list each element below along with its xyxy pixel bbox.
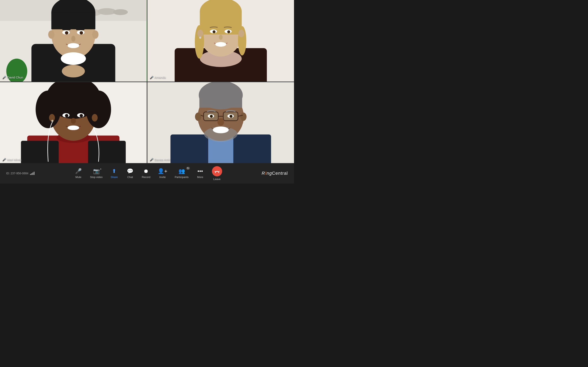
participants-icon: 👥 [178,168,185,174]
david-chun-label: 🎤 David Chun [2,76,23,79]
video-cell-sanaa-amir: 🎤 Sanaa Amir [147,82,294,164]
mari-mirek-mic-icon: 🎤 [2,158,6,161]
david-chun-mic-icon: 🎤 [2,76,6,79]
amanda-label: 🎤 Amanda [150,76,166,79]
svg-point-78 [240,113,246,121]
svg-point-20 [61,52,86,65]
leave-phone-icon [214,168,220,174]
invite-icon: 👤+ [158,168,167,174]
signal-bar-1 [30,174,31,175]
svg-point-88 [217,118,224,126]
svg-point-4 [113,9,128,15]
svg-point-86 [210,115,213,118]
signal-bar-2 [31,173,32,175]
svg-point-57 [51,120,53,122]
svg-point-53 [49,83,72,106]
share-label: Share [111,175,118,179]
svg-point-14 [65,31,68,34]
leave-button[interactable]: Leave [209,165,225,182]
more-icon: ••• [198,168,203,174]
david-chun-name: David Chun [7,76,23,79]
svg-rect-45 [21,141,59,164]
svg-point-77 [195,113,201,121]
record-icon: ⏺ [143,168,149,174]
more-label: More [197,175,203,179]
svg-point-21 [62,65,85,77]
svg-rect-17 [76,29,85,30]
svg-point-89 [213,127,229,133]
chat-label: Chat [127,175,133,179]
share-button[interactable]: ⬆ Share [107,166,121,180]
brand-name: RïngCentral [262,171,288,176]
record-button[interactable]: ⏺ Record [139,166,153,180]
svg-point-19 [68,43,79,48]
chat-icon: 💬 [127,168,133,174]
stop-video-button[interactable]: ▲ 📷 Stop video [87,166,105,180]
participants-button[interactable]: 5 👥 Participants [172,166,191,180]
svg-rect-63 [76,111,85,113]
video-grid: 🎤 David Chun [0,0,294,164]
mari-mirek-video [0,82,147,164]
svg-rect-62 [62,111,71,113]
invite-label: Invite [159,175,165,179]
invite-button[interactable]: 👤+ Invite [155,166,170,180]
sanaa-amir-mic-icon: 🎤 [150,158,153,161]
svg-rect-46 [88,141,126,164]
svg-point-65 [68,125,79,130]
amanda-name: Amanda [155,76,166,79]
svg-point-56 [92,114,98,122]
video-conference-app: 🎤 David Chun [0,0,294,164]
more-button[interactable]: ••• More [193,166,208,180]
sanaa-amir-label: 🎤 Sanaa Amir [150,158,171,161]
svg-point-61 [80,114,83,117]
participants-badge: 5 [186,167,190,170]
mute-chevron: ▲ [80,167,82,170]
svg-point-18 [71,36,76,42]
leave-label: Leave [213,178,221,181]
svg-point-35 [199,37,201,39]
brand-pre: Rïng [262,171,272,176]
chat-button[interactable]: 💬 Chat [123,166,137,180]
svg-point-64 [71,118,76,124]
david-chun-video [0,0,147,82]
svg-point-33 [197,30,203,37]
stop-video-chevron: ▲ [100,167,102,170]
mute-button[interactable]: ▲ 🎤 Mute [71,166,86,180]
video-cell-david-chun: 🎤 David Chun [0,0,147,82]
sanaa-amir-name: Sanaa Amir [155,158,171,161]
svg-point-10 [48,30,54,39]
stop-video-label: Stop video [90,175,103,179]
svg-point-40 [219,35,223,40]
svg-point-38 [213,30,215,33]
svg-point-87 [229,115,232,118]
toolbar-left: ID: 237-956-0884 [6,172,35,175]
brand-post: Central [272,171,288,176]
signal-bar-3 [33,173,33,175]
mari-mirek-label: 🎤 Mari Mirek [2,158,21,161]
leave-icon [212,166,222,176]
signal-strength [30,172,35,175]
mute-label: Mute [76,175,81,179]
video-cell-mari-mirek: 🎤 Mari Mirek [0,82,147,164]
amanda-video [147,0,294,82]
amanda-mic-icon: 🎤 [150,76,153,79]
signal-bar-4 [34,172,35,175]
svg-point-41 [215,42,226,47]
toolbar: ID: 237-956-0884 ▲ 🎤 Mute ▲ 📷 Stop video [0,163,294,184]
svg-rect-9 [51,13,95,29]
svg-point-34 [238,30,244,37]
mari-mirek-name: Mari Mirek [7,158,21,161]
svg-point-54 [74,83,97,106]
video-cell-amanda: 🎤 Amanda [147,0,294,82]
participants-label: Participants [175,175,189,179]
svg-point-11 [92,30,99,39]
share-icon: ⬆ [112,168,116,174]
svg-rect-75 [199,95,242,108]
svg-rect-30 [200,11,242,34]
svg-point-15 [80,31,83,34]
meeting-id: ID: 237-956-0884 [6,172,28,175]
svg-rect-16 [62,29,71,30]
svg-point-39 [227,30,230,33]
toolbar-right: RïngCentral [262,171,288,176]
record-label: Record [142,175,150,179]
